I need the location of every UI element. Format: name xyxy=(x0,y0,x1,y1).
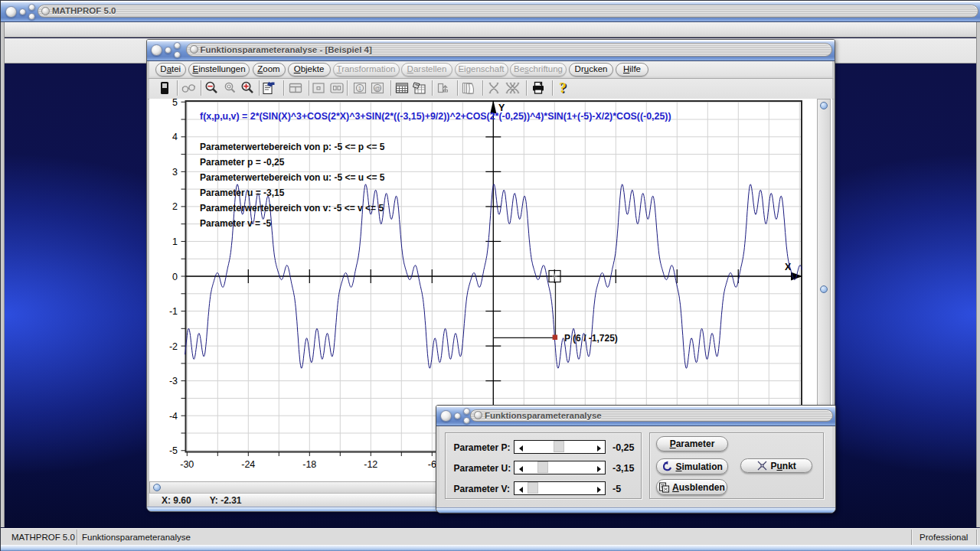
svg-text:Parameterwertebereich von p:: Parameterwertebereich von p: -5 <= p <= … xyxy=(200,141,385,152)
svg-text:3: 3 xyxy=(172,166,178,177)
svg-text:1: 1 xyxy=(358,85,362,92)
svg-text:4: 4 xyxy=(172,132,178,142)
svg-text:Parameter u = -3,15: Parameter u = -3,15 xyxy=(200,187,285,197)
svg-text:Parameter v = -5: Parameter v = -5 xyxy=(200,217,271,228)
svg-text:?: ? xyxy=(559,80,567,96)
svg-text:@: @ xyxy=(374,85,381,92)
svg-text:0: 0 xyxy=(172,271,178,282)
svg-text:1: 1 xyxy=(172,236,178,246)
svg-text:-5: -5 xyxy=(169,445,178,456)
svg-text:-3: -3 xyxy=(169,376,178,386)
svg-text:-1: -1 xyxy=(169,306,178,317)
svg-text:-18: -18 xyxy=(302,459,316,470)
svg-text:Parameter p = -0,25: Parameter p = -0,25 xyxy=(200,156,285,167)
svg-text:2: 2 xyxy=(172,201,178,212)
svg-text:Parameterwertebereich von v:: Parameterwertebereich von v: -5 <= v <= … xyxy=(200,202,384,213)
svg-text:-30: -30 xyxy=(180,459,194,470)
svg-text:-24: -24 xyxy=(241,459,255,470)
svg-text:Parameterwertebereich von u:: Parameterwertebereich von u: -5 <= u <= … xyxy=(200,171,385,182)
svg-text:-4: -4 xyxy=(169,410,178,421)
svg-text:f(x,p,u,v) = 2*(SIN(X)^3+COS(2: f(x,p,u,v) = 2*(SIN(X)^3+COS(2*X)^3+SIN(… xyxy=(200,111,671,122)
svg-text:-12: -12 xyxy=(364,459,377,470)
svg-text:5: 5 xyxy=(172,99,178,108)
svg-text:P (6 / -1,725): P (6 / -1,725) xyxy=(564,333,618,344)
svg-text:-2: -2 xyxy=(169,341,178,351)
